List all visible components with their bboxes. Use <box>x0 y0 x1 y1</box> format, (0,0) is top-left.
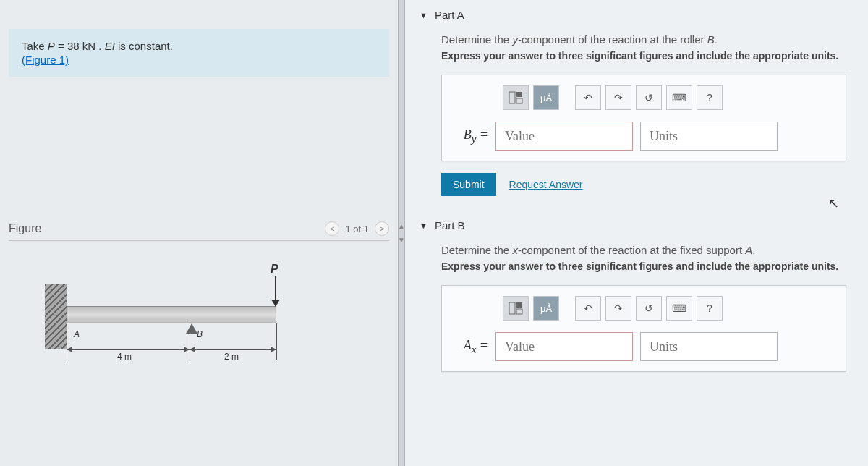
roller-support-icon <box>186 323 197 334</box>
keyboard-icon: ⌨ <box>672 92 686 103</box>
help-button[interactable]: ? <box>697 296 723 321</box>
point-b-label: B <box>197 329 203 339</box>
svg-rect-0 <box>509 92 515 103</box>
undo-button[interactable]: ↶ <box>575 296 601 321</box>
reset-button[interactable]: ↺ <box>636 85 662 110</box>
part-b-units-input[interactable] <box>640 332 778 361</box>
undo-icon: ↶ <box>584 302 592 314</box>
help-button[interactable]: ? <box>697 85 723 110</box>
dimension-2: 2 m <box>224 352 239 362</box>
part-b-title: Part B <box>435 219 465 232</box>
template-icon <box>509 91 523 104</box>
prob-var-p: P <box>48 40 55 52</box>
problem-statement: Take P = 38 kN . EI is constant. (Figure… <box>9 29 389 77</box>
keyboard-button[interactable]: ⌨ <box>666 296 692 321</box>
part-a-header[interactable]: ▼ Part A <box>405 0 868 30</box>
point-a-label: A <box>74 329 80 339</box>
svg-rect-4 <box>516 302 522 308</box>
part-a-answer-box: μÅ ↶ ↷ ↺ ⌨ ? By = <box>441 75 846 161</box>
part-a-units-input[interactable] <box>640 122 778 151</box>
part-b-var-label: Ax = <box>452 338 488 356</box>
redo-button[interactable]: ↷ <box>605 85 631 110</box>
prob-eq: = 38 kN . <box>55 40 105 52</box>
reset-icon: ↺ <box>644 92 653 103</box>
undo-icon: ↶ <box>584 92 592 103</box>
figure-link[interactable]: (Figure 1) <box>22 54 69 66</box>
svg-rect-5 <box>516 309 522 314</box>
caret-down-icon: ▼ <box>420 221 427 230</box>
redo-icon: ↷ <box>614 302 623 314</box>
part-a-value-input[interactable] <box>495 122 633 151</box>
redo-icon: ↷ <box>614 92 623 103</box>
figure-next-button[interactable]: > <box>375 221 389 236</box>
part-b-value-input[interactable] <box>495 332 633 361</box>
load-arrow-icon <box>275 276 276 306</box>
part-a-instruct: Express your answer to three significant… <box>441 50 850 62</box>
request-answer-link[interactable]: Request Answer <box>509 179 583 190</box>
caret-down-icon: ▼ <box>420 11 427 20</box>
figure-nav-text: 1 of 1 <box>345 224 369 234</box>
keyboard-button[interactable]: ⌨ <box>666 85 692 110</box>
reset-button[interactable]: ↺ <box>636 296 662 321</box>
keyboard-icon: ⌨ <box>672 302 686 314</box>
undo-button[interactable]: ↶ <box>575 85 601 110</box>
part-a-prompt: Determine the y-component of the reactio… <box>441 33 850 46</box>
svg-rect-1 <box>516 92 522 97</box>
svg-rect-3 <box>509 302 515 314</box>
beam-icon <box>67 306 276 323</box>
cursor-icon: ↖ <box>828 195 839 211</box>
dimension-1: 4 m <box>117 352 132 362</box>
figure-prev-button[interactable]: < <box>325 221 339 236</box>
part-a-var-label: By = <box>452 127 488 145</box>
part-b-instruct: Express your answer to three significant… <box>441 260 850 272</box>
template-button[interactable] <box>503 85 529 110</box>
redo-button[interactable]: ↷ <box>605 296 631 321</box>
part-b-header[interactable]: ▼ Part B <box>405 211 868 240</box>
figure-diagram: P A B 4 m 2 m <box>9 241 389 400</box>
fixed-support-icon <box>45 284 67 350</box>
load-label: P <box>271 263 278 276</box>
figure-title: Figure <box>9 222 41 235</box>
template-icon <box>509 302 523 315</box>
prob-pre: Take <box>22 40 48 52</box>
prob-ei: EI <box>105 40 115 52</box>
template-button[interactable] <box>503 296 529 321</box>
panel-divider[interactable]: ▲ ▼ <box>398 0 405 466</box>
divider-down-icon: ▼ <box>398 236 405 244</box>
part-b-prompt: Determine the x-component of the reactio… <box>441 244 850 256</box>
special-char-button[interactable]: μÅ <box>533 296 559 321</box>
prob-post: is constant. <box>115 40 173 52</box>
part-b-answer-box: μÅ ↶ ↷ ↺ ⌨ ? Ax = <box>441 285 846 372</box>
part-a-title: Part A <box>435 9 464 21</box>
svg-rect-2 <box>516 98 522 103</box>
divider-up-icon: ▲ <box>398 222 405 230</box>
submit-button[interactable]: Submit <box>441 173 496 196</box>
reset-icon: ↺ <box>644 302 653 314</box>
special-char-button[interactable]: μÅ <box>533 85 559 110</box>
